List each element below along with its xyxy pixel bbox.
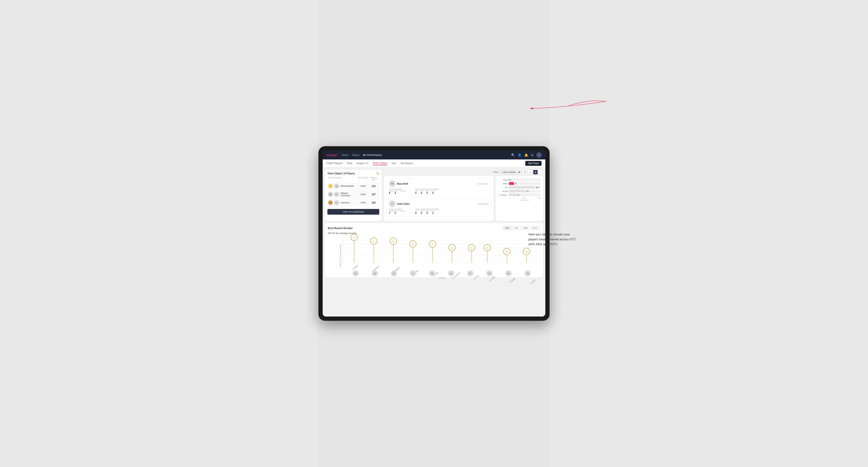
player-pb-2: 18/20 <box>357 193 369 195</box>
divider-1 <box>410 188 410 194</box>
pc-name-2: Josh Coles <box>397 203 409 205</box>
sub-nav-team-clippd[interactable]: Team Clippd <box>373 161 387 165</box>
app-1: 0 <box>421 192 425 194</box>
pc-stats-1: Total Rounds Tournament Practice 8 <box>389 188 489 194</box>
col-player-name: PLAYER NAME <box>328 177 357 181</box>
bar-value-pars: 499 <box>536 187 539 188</box>
filter-app[interactable]: APP <box>512 226 521 230</box>
arg-1: 0 <box>427 192 430 194</box>
svg-text:5: 5 <box>342 243 343 245</box>
sub-nav-all-players[interactable]: All Players <box>401 162 413 165</box>
list-view-btn[interactable]: ≡ <box>528 170 533 175</box>
bar-track-dbogeys: 131 <box>509 193 540 196</box>
pc-date-2: 26 Aug 2023 <box>478 203 489 205</box>
bar-value-eagles: 3 <box>510 179 511 181</box>
player-card-2: JC Josh Coles 26 Aug 2023 Total Rounds <box>386 198 491 217</box>
bar-row-eagles: Eagles 3 <box>498 178 540 181</box>
svg-text:1: 1 <box>342 258 343 260</box>
sub-nav-pga[interactable]: PGA <box>347 162 352 165</box>
practice-group-1: Total Practice Activities OTTAPPARGPUTT … <box>415 188 438 194</box>
tablet-device: clippd Home Teams My Performance 🔍 👤 🔔 ⊕… <box>318 146 550 321</box>
rounds-label-1: Total Rounds <box>389 188 405 190</box>
practice-group-2: Total Practice Activities OTTAPPARGPUTT … <box>415 209 438 214</box>
logo: clippd <box>327 153 337 157</box>
player-avatar-mcharg: BM <box>372 270 378 276</box>
svg-text:4: 4 <box>342 247 343 249</box>
search-icon[interactable]: 🔍 <box>511 153 515 157</box>
bar-value-dbogeys: 131 <box>517 194 519 196</box>
filter-ott[interactable]: OTT <box>503 226 512 230</box>
bar-track-birdies: 96 <box>509 182 540 185</box>
svg-text:3x: 3x <box>525 251 527 253</box>
putt-1: 0 <box>432 192 436 194</box>
circle-plus-icon[interactable]: ⊕ <box>531 153 533 157</box>
nav-home[interactable]: Home <box>342 154 348 156</box>
rank-badge-2: 2 <box>328 192 333 196</box>
sub-nav-tour[interactable]: Tour <box>391 162 396 165</box>
practice-sublabels-1: OTTAPPARGPUTT <box>415 190 438 192</box>
svg-text:3x: 3x <box>506 251 508 253</box>
svg-text:6x: 6x <box>392 240 394 243</box>
bar-label-birdies: Birdies <box>498 183 508 184</box>
player-avatar-ford: DF <box>467 270 473 276</box>
pc-header-1: RB Rees Britt 02 Sep 2023 <box>389 181 489 187</box>
bar-fill-bogeys <box>509 190 526 192</box>
x-label-200: 200 <box>522 197 525 199</box>
streaks-panel: Best Round Streaks OTT APP ARG PUTT Off … <box>325 223 543 277</box>
bar-row-bogeys: Bogeys 311 <box>498 190 540 192</box>
rank-badge-1: 1 <box>328 184 333 188</box>
card-view-btn[interactable]: ▤ <box>533 170 538 175</box>
svg-text:2: 2 <box>342 254 343 256</box>
nav-icons: 🔍 👤 🔔 ⊕ 👤 <box>511 152 541 158</box>
rounds-group-2: Total Rounds Tournament Practice 7 <box>389 209 405 214</box>
pc-avatar-1: RB <box>389 181 396 187</box>
player-avatar-2: EC <box>334 192 339 197</box>
filter-putt[interactable]: PUTT <box>530 226 540 230</box>
player-pb-3: 17/20 <box>357 201 369 204</box>
col-pb-score: PB SCORE <box>357 177 369 181</box>
add-team-button[interactable]: Add Team <box>525 161 541 166</box>
player-avg-2: 107 <box>369 193 378 196</box>
person-icon[interactable]: 👤 <box>518 153 522 157</box>
bar-chart: Eagles 3 Birdies <box>498 178 540 196</box>
players-panel: RB Rees Britt 02 Sep 2023 Total Rounds <box>384 176 493 221</box>
streaks-subtitle: Off The Tee, Fairway Accuracy <box>328 232 540 235</box>
tournament-rounds-1: 8 <box>389 192 393 194</box>
avatar[interactable]: 👤 <box>536 152 541 158</box>
sub-nav-hcaps[interactable]: Hcaps 1-5 <box>356 162 368 165</box>
bar-track-pars: 499 <box>509 186 540 189</box>
practice-rounds-1: 4 <box>395 192 398 194</box>
player-name-3: Cameron... <box>341 201 357 204</box>
bell-icon[interactable]: 🔔 <box>524 153 528 157</box>
sub-nav-pgat[interactable]: PGAT Players <box>327 162 343 165</box>
sort-btn[interactable]: ↕ <box>538 170 543 175</box>
streak-filters: OTT APP ARG PUTT <box>503 226 540 230</box>
nav-teams[interactable]: Teams <box>352 154 360 156</box>
edit-icon[interactable]: ✏️ <box>376 172 379 175</box>
practice-sublabels-2: OTTAPPARGPUTT <box>415 210 438 212</box>
show-label: Show <box>493 171 498 173</box>
player-name-1: Richard Butler <box>341 185 357 187</box>
leaderboard-header: Team Clippd | 14 Players ✏️ <box>328 172 379 175</box>
x-label-400: 400 <box>538 197 540 199</box>
bar-row-birdies: Birdies 96 <box>498 182 540 185</box>
rank-badge-3: 3 <box>328 200 333 205</box>
app-2: 0 <box>421 212 425 214</box>
rounds-label-2: Total Rounds <box>389 209 405 210</box>
view-leaderboard-button[interactable]: View Full Leaderboard <box>328 209 379 215</box>
bar-fill-birdies <box>509 182 514 185</box>
period-select[interactable]: Last 3 months <box>500 170 521 174</box>
rounds-values-2: 7 2 <box>389 212 405 214</box>
svg-text:4x: 4x <box>470 247 473 249</box>
sub-nav: PGAT Players PGA Hcaps 1-5 Team Clippd T… <box>323 159 545 167</box>
grid-view-btn[interactable]: ⊞ <box>523 170 527 175</box>
streaks-chart-container: Best Streak, Fairway Accuracy <box>344 237 540 275</box>
nav-bar: clippd Home Teams My Performance 🔍 👤 🔔 ⊕… <box>323 151 545 159</box>
player-avatars-row: EE BM DB JC RB EC DF MM RBu CQ <box>344 270 540 276</box>
svg-text:3: 3 <box>342 251 343 252</box>
rounds-sublabels-2: Tournament Practice <box>389 210 405 212</box>
y-axis-label: Best Streak, Fairway Accuracy <box>339 245 341 267</box>
view-icons: ⊞ ≡ ▤ ↕ <box>523 170 543 175</box>
filter-arg[interactable]: ARG <box>521 226 530 230</box>
nav-my-performance[interactable]: My Performance <box>363 154 382 156</box>
